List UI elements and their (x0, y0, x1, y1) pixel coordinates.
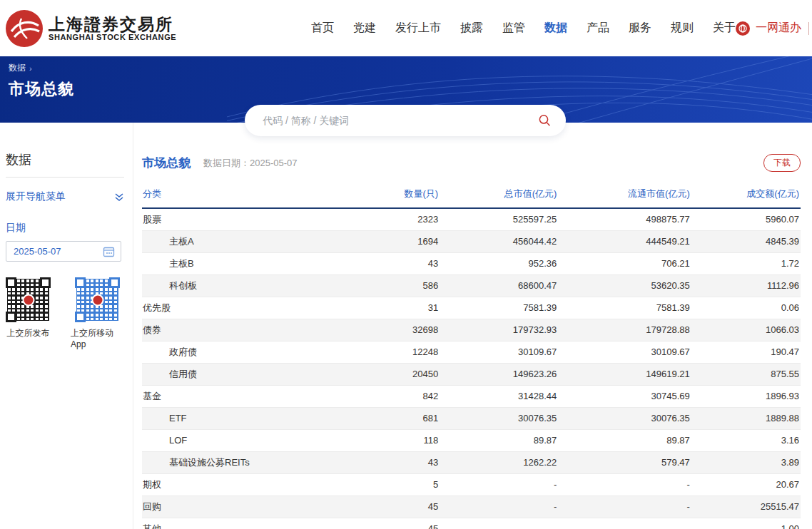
site-header: 上海證券交易所 SHANGHAI STOCK EXCHANGE 首页 党建 发行… (0, 0, 812, 56)
table-cell: 30109.67 (440, 341, 558, 363)
nav-item-data[interactable]: 数据 (544, 21, 567, 36)
nav-item-listing[interactable]: 发行上市 (395, 21, 441, 36)
breadcrumb-item-data[interactable]: 数据 (9, 62, 26, 74)
data-date-label: 数据日期： (203, 158, 250, 168)
table-row: 信用债20450149623.26149619.21875.55 (142, 363, 801, 385)
table-cell: 579.47 (558, 451, 691, 473)
table-cell: 股票 (142, 208, 340, 230)
search-icon (537, 113, 552, 128)
table-cell: 179728.88 (558, 319, 691, 341)
table-cell: 45 (340, 495, 440, 518)
nav-item-disclosure[interactable]: 披露 (460, 21, 483, 36)
sse-logo[interactable]: 上海證券交易所 SHANGHAI STOCK EXCHANGE (6, 10, 191, 47)
search-button[interactable] (533, 113, 566, 128)
table-row: 回购45--25515.47 (142, 495, 801, 518)
qr-code-sse-release (6, 277, 51, 322)
table-cell: - (558, 495, 691, 518)
nav-item-party[interactable]: 党建 (353, 21, 376, 36)
search-input[interactable] (245, 115, 533, 126)
table-cell: 179732.93 (440, 319, 558, 341)
table-cell: 1.72 (691, 252, 801, 274)
nav-item-about[interactable]: 关于 (713, 21, 736, 36)
qr-item-sse-mobile-app: 上交所移动App (71, 277, 124, 349)
table-column-header: 数量(只) (340, 182, 440, 208)
main-nav: 首页 党建 发行上市 披露 监管 数据 产品 服务 规则 关于 (311, 21, 736, 36)
table-row: 债券32698179732.93179728.881066.03 (142, 319, 801, 341)
table-cell: 1.00 (691, 518, 801, 529)
page-title: 市场总貌 (9, 78, 812, 100)
table-cell: 53620.35 (558, 274, 691, 297)
table-cell: 456044.42 (440, 230, 558, 252)
content-area: 数据 展开导航菜单 日期 (0, 123, 812, 529)
table-cell: 190.47 (691, 341, 801, 363)
table-cell: ETF (142, 407, 340, 429)
table-cell: 30076.35 (440, 407, 558, 429)
logo-title-cn: 上海證券交易所 (49, 15, 176, 33)
table-cell: 25515.47 (691, 495, 801, 518)
search-bar (245, 105, 566, 136)
qr-center-logo (91, 294, 103, 306)
table-row: 期权5--20.67 (142, 473, 801, 495)
table-cell: 149619.21 (558, 363, 691, 385)
table-cell: 875.55 (691, 363, 801, 385)
table-column-header: 分类 (142, 182, 340, 208)
quick-link-one-stop[interactable]: 一网通办 (756, 21, 801, 36)
table-cell: - (440, 518, 558, 529)
qr-label-sse-mobile-app: 上交所移动App (71, 327, 124, 349)
table-cell: 68600.47 (440, 274, 558, 297)
table-cell: 回购 (142, 495, 340, 518)
table-cell: 1262.22 (440, 451, 558, 473)
table-cell: 5960.07 (691, 208, 801, 230)
table-column-header: 成交额(亿元) (691, 182, 801, 208)
table-row: 主板A1694456044.42444549.214845.39 (142, 230, 801, 252)
calendar-button[interactable] (100, 246, 121, 257)
table-cell: - (558, 473, 691, 495)
table-row: 科创板58668600.4753620.351112.96 (142, 274, 801, 297)
download-button[interactable]: 下载 (763, 154, 801, 172)
date-label: 日期 (6, 222, 124, 235)
table-cell: 1066.03 (691, 319, 801, 341)
nav-item-supervision[interactable]: 监管 (502, 21, 525, 36)
table-cell: 3.89 (691, 451, 801, 473)
table-cell: 其他 (142, 518, 340, 529)
table-cell: 科创板 (142, 274, 340, 297)
table-column-header: 流通市值(亿元) (558, 182, 691, 208)
table-cell: 基金 (142, 385, 340, 407)
table-cell: 主板B (142, 252, 340, 274)
date-input[interactable] (6, 246, 100, 257)
nav-item-services[interactable]: 服务 (629, 21, 651, 36)
table-cell: 0.06 (691, 297, 801, 319)
table-cell: 89.87 (558, 429, 691, 451)
table-cell: 1896.93 (691, 385, 801, 407)
nav-item-home[interactable]: 首页 (311, 21, 334, 36)
table-cell: 4845.39 (691, 230, 801, 252)
sse-logo-text: 上海證券交易所 SHANGHAI STOCK EXCHANGE (49, 15, 176, 41)
table-row: ETF68130076.3530076.351889.88 (142, 407, 801, 429)
table-row: LOF11889.8789.873.16 (142, 429, 801, 451)
table-row: 股票2323525597.25498875.775960.07 (142, 208, 801, 230)
table-cell: 952.36 (440, 252, 558, 274)
breadcrumb-arrow-icon: › (29, 64, 32, 73)
market-overview-table: 分类数量(只)总市值(亿元)流通市值(亿元)成交额(亿元) 股票23235255… (142, 182, 801, 529)
table-cell: 债券 (142, 319, 340, 341)
calendar-icon (103, 246, 115, 257)
expand-nav-menu-button[interactable]: 展开导航菜单 (6, 190, 124, 203)
table-cell: - (440, 473, 558, 495)
table-cell: 43 (340, 252, 440, 274)
table-cell: 20450 (340, 363, 440, 385)
quick-links: 一网通办 “三开门”专栏 (736, 21, 812, 36)
one-stop-service-icon (736, 21, 750, 36)
qr-item-sse-release: 上交所发布 (6, 277, 51, 349)
table-cell: 7581.39 (558, 297, 691, 319)
table-cell: 1889.88 (691, 407, 801, 429)
table-cell: 2323 (340, 208, 440, 230)
table-cell: 1694 (340, 230, 440, 252)
qr-center-logo (22, 294, 34, 306)
table-row: 基础设施公募REITs431262.22579.473.89 (142, 451, 801, 473)
nav-item-products[interactable]: 产品 (587, 21, 609, 36)
nav-item-rules[interactable]: 规则 (671, 21, 694, 36)
table-cell: 30745.69 (558, 385, 691, 407)
qr-code-sse-mobile-app (75, 277, 120, 322)
table-cell: 525597.25 (440, 208, 558, 230)
table-cell: 期权 (142, 473, 340, 495)
